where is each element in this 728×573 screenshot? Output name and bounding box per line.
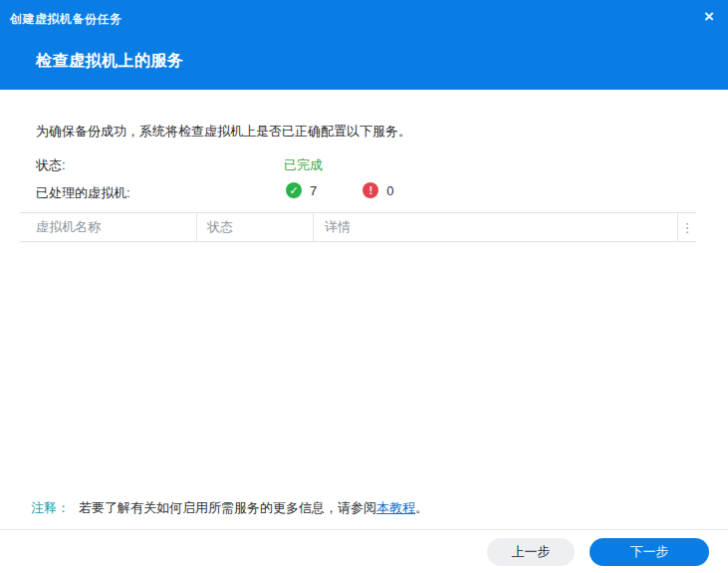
processed-counts: ✓ 7 ! 0 [286, 182, 393, 198]
next-button[interactable]: 下一步 [590, 538, 709, 566]
vm-table-header: 虚拟机名称 状态 详情 ⋮ [20, 212, 696, 242]
success-count: 7 [310, 183, 317, 198]
dialog-header: 创建虚拟机备份任务 × 检查虚拟机上的服务 [0, 0, 728, 90]
note-label: 注释： [31, 500, 70, 515]
table-menu-icon[interactable]: ⋮ [677, 213, 696, 241]
status-value: 已完成 [284, 156, 323, 174]
column-header-detail: 详情 [313, 213, 677, 241]
note-suffix: 。 [415, 500, 428, 515]
note-text: 若要了解有关如何启用所需服务的更多信息，请参阅 [79, 500, 376, 515]
footer-divider [0, 529, 728, 530]
tutorial-link[interactable]: 本教程 [376, 500, 415, 515]
step-title: 检查虚拟机上的服务 [36, 51, 184, 72]
processed-vms-label: 已处理的虚拟机: [36, 184, 130, 202]
error-exclamation-icon: ! [363, 182, 378, 198]
create-vm-backup-task-dialog: 创建虚拟机备份任务 × 检查虚拟机上的服务 为确保备份成功，系统将检查虚拟机上是… [0, 0, 728, 573]
back-button[interactable]: 上一步 [487, 538, 575, 566]
note-row: 注释：若要了解有关如何启用所需服务的更多信息，请参阅本教程。 [31, 499, 428, 517]
intro-text: 为确保备份成功，系统将检查虚拟机上是否已正确配置以下服务。 [36, 123, 411, 141]
success-check-icon: ✓ [286, 182, 302, 198]
close-icon[interactable]: × [697, 5, 721, 29]
dialog-title: 创建虚拟机备份任务 [10, 11, 122, 28]
column-header-vm-name: 虚拟机名称 [20, 213, 196, 241]
column-header-status: 状态 [196, 213, 313, 241]
status-label: 状态: [36, 156, 66, 174]
error-count: 0 [386, 183, 393, 198]
